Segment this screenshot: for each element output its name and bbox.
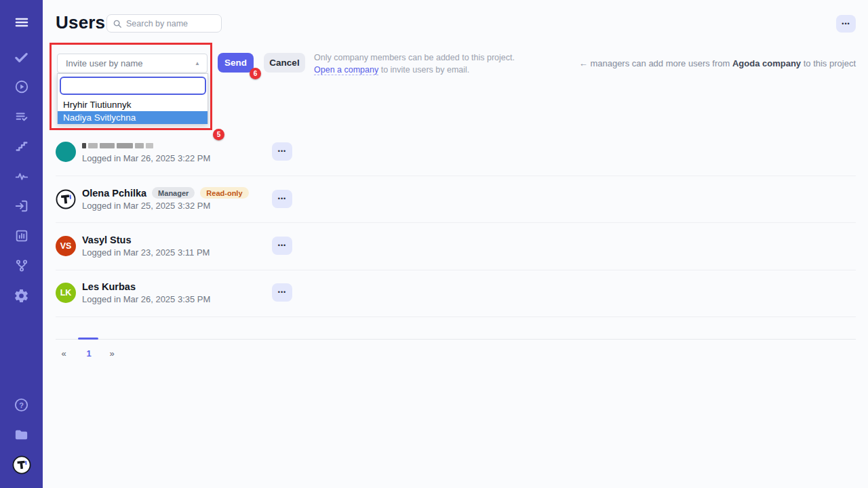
pagination-page-1[interactable]: 1 [83, 348, 94, 359]
search-icon [113, 19, 122, 28]
reports-bar-chart-icon[interactable] [0, 228, 43, 244]
search-input[interactable] [126, 19, 216, 28]
managers-note-suffix: to this project [801, 58, 856, 68]
readonly-badge: Read-only [200, 187, 248, 199]
page-more-button[interactable]: ••• [836, 15, 856, 33]
user-row: LK Les Kurbas Logged in Mar 26, 2025 3:3… [56, 270, 856, 317]
row-more-button[interactable]: ••• [272, 142, 292, 161]
user-row: Logged in Mar 26, 2025 3:22 PM ••• [56, 129, 856, 176]
invite-option-selected[interactable]: Nadiya Svitlychna [58, 111, 208, 124]
invite-search-input[interactable] [60, 77, 206, 95]
invite-info-line2: Open a company to invite users by email. [314, 64, 517, 77]
analytics-pulse-icon[interactable] [0, 168, 43, 184]
user-row: Olena Pchilka Manager Read-only Logged i… [56, 176, 856, 223]
question-glyph: ? [19, 401, 24, 409]
steps-stairs-icon[interactable] [0, 138, 43, 155]
last-login: Logged in Mar 25, 2025 3:32 PM [82, 201, 210, 211]
user-name-line: Olena Pchilka Manager Read-only [82, 186, 249, 199]
send-button[interactable]: Send [218, 53, 254, 73]
app-logo[interactable] [0, 455, 43, 474]
active-page-indicator [78, 338, 98, 340]
avatar: VS [56, 236, 76, 256]
user-name: Olena Pchilka [82, 188, 146, 199]
menu-icon[interactable] [0, 14, 43, 30]
page-title: Users [56, 12, 105, 33]
last-login: Logged in Mar 23, 2025 3:11 PM [82, 247, 210, 258]
branches-fork-icon[interactable] [0, 258, 43, 274]
logo-avatar [56, 189, 76, 209]
projects-folder-icon[interactable] [0, 426, 43, 443]
managers-note: ← managers can add more users from Agoda… [579, 58, 856, 68]
help-question-circle-icon[interactable]: ? [0, 396, 43, 413]
row-more-button[interactable]: ••• [272, 237, 292, 255]
last-login: Logged in Mar 26, 2025 3:22 PM [82, 153, 210, 163]
redacted-name [82, 139, 153, 152]
pagination: « 1 » [56, 339, 856, 369]
pagination-next[interactable]: » [106, 348, 117, 359]
invite-user-select[interactable]: Invite user by name ▲ [57, 54, 208, 73]
invite-select-placeholder: Invite user by name [66, 58, 142, 68]
sidebar: ? [0, 0, 43, 488]
invite-info-line2-rest: to invite users by email. [378, 65, 469, 75]
test-list-check-icon[interactable] [0, 108, 43, 125]
row-more-button[interactable]: ••• [272, 283, 292, 302]
tasks-check-icon[interactable] [0, 49, 43, 65]
invite-dropdown: Hryhir Tiutiunnyk Nadiya Svitlychna [57, 73, 208, 124]
open-company-link[interactable]: Open a company [314, 65, 378, 75]
import-sign-in-icon[interactable] [0, 198, 43, 214]
last-login: Logged in Mar 26, 2025 3:35 PM [82, 294, 210, 304]
pagination-prev[interactable]: « [58, 348, 69, 359]
managers-note-prefix: ← managers can add more users from [579, 58, 732, 68]
role-badge: Manager [152, 187, 195, 199]
settings-gear-icon[interactable] [0, 287, 43, 304]
invite-option[interactable]: Hryhir Tiutiunnyk [58, 98, 208, 111]
users-page: ? Users ••• Invite user by name ▲ Hryhir… [0, 0, 868, 488]
user-name: Les Kurbas [82, 281, 136, 292]
chevron-up-icon: ▲ [195, 60, 200, 66]
invite-info-text: Only company members can be added to thi… [314, 52, 517, 76]
avatar [56, 142, 76, 162]
avatar: LK [56, 283, 76, 303]
user-row: VS Vasyl Stus Logged in Mar 23, 2025 3:1… [56, 223, 856, 270]
user-name-line: Les Kurbas [82, 280, 136, 293]
runs-play-circle-icon[interactable] [0, 79, 43, 95]
user-name: Vasyl Stus [82, 235, 132, 245]
search-box [106, 14, 222, 33]
cancel-button[interactable]: Cancel [264, 53, 305, 73]
row-more-button[interactable]: ••• [272, 190, 292, 208]
redacted-name-blocks [82, 143, 153, 148]
invite-info-line1: Only company members can be added to thi… [314, 52, 517, 64]
company-name: Agoda company [732, 58, 801, 68]
user-name-line: Vasyl Stus [82, 233, 132, 246]
